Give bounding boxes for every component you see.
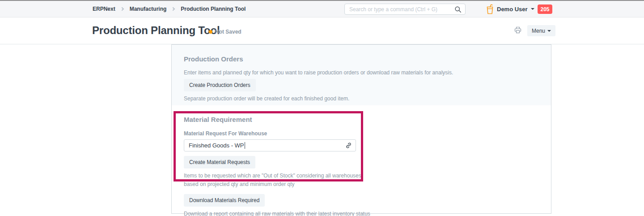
section-material-requirement: Material Requirement Material Request Fo… bbox=[172, 105, 551, 216]
menu-button[interactable]: Menu bbox=[527, 25, 555, 36]
download-materials-required-button[interactable]: Download Materials Required bbox=[184, 194, 265, 207]
warehouse-input[interactable]: Finished Goods - WP bbox=[184, 139, 356, 151]
printer-icon bbox=[514, 28, 521, 35]
breadcrumb-item-production-planning-tool[interactable]: Production Planning Tool bbox=[181, 6, 246, 12]
warehouse-input-value: Finished Goods - WP bbox=[189, 142, 244, 149]
material-requirement-note-line1: Items to be requested which are "Out of … bbox=[184, 172, 539, 180]
search-icon[interactable] bbox=[454, 6, 462, 15]
warehouse-field-label: Material Request For Warehouse bbox=[184, 130, 539, 137]
screen: ERPNext Manufacturing Production Plannin… bbox=[0, 0, 644, 216]
status-dot-icon bbox=[209, 30, 212, 34]
navbar: ERPNext Manufacturing Production Plannin… bbox=[0, 1, 644, 17]
material-requirement-heading: Material Requirement bbox=[184, 116, 539, 123]
create-material-requests-button[interactable]: Create Material Requests bbox=[184, 156, 255, 168]
breadcrumb-item-manufacturing[interactable]: Manufacturing bbox=[130, 6, 167, 12]
notification-badge[interactable]: 205 bbox=[538, 4, 552, 14]
breadcrumb-item-erpnext[interactable]: ERPNext bbox=[93, 6, 115, 12]
user-name: Demo User bbox=[497, 6, 528, 13]
material-requirement-note-line2: based on projected qty and minimum order… bbox=[184, 180, 539, 189]
search-input[interactable] bbox=[345, 4, 465, 14]
breadcrumb: ERPNext Manufacturing Production Plannin… bbox=[93, 1, 246, 17]
download-note: Download a report containing all raw mat… bbox=[184, 210, 539, 216]
page-head: Production Planning Tool Not Saved Menu bbox=[0, 17, 644, 44]
caret-down-icon bbox=[547, 30, 551, 32]
page-title: Production Planning Tool bbox=[92, 24, 220, 37]
material-requirement-note: Items to be requested which are "Out of … bbox=[184, 172, 539, 188]
form-card: Production Orders Enter items and planne… bbox=[171, 44, 551, 214]
text-cursor bbox=[245, 142, 245, 149]
user-menu[interactable]: Demo User bbox=[497, 1, 534, 17]
menu-button-label: Menu bbox=[532, 28, 545, 34]
chevron-right-icon bbox=[171, 7, 175, 11]
status-text: Not Saved bbox=[215, 29, 242, 35]
production-orders-heading: Production Orders bbox=[184, 55, 539, 63]
caret-down-icon bbox=[531, 8, 534, 10]
print-button[interactable] bbox=[514, 26, 521, 35]
section-production-orders: Production Orders Enter items and planne… bbox=[172, 45, 551, 105]
status-indicator: Not Saved bbox=[209, 29, 242, 35]
link-icon[interactable] bbox=[345, 142, 352, 150]
production-orders-description: Enter items and planned qty for which yo… bbox=[184, 69, 539, 77]
production-orders-note: Separate production order will be create… bbox=[184, 95, 539, 103]
user-avatar-juice-icon[interactable] bbox=[486, 4, 494, 16]
navbar-search bbox=[344, 4, 466, 15]
chevron-right-icon bbox=[120, 7, 123, 11]
create-production-orders-button[interactable]: Create Production Orders bbox=[184, 79, 256, 91]
